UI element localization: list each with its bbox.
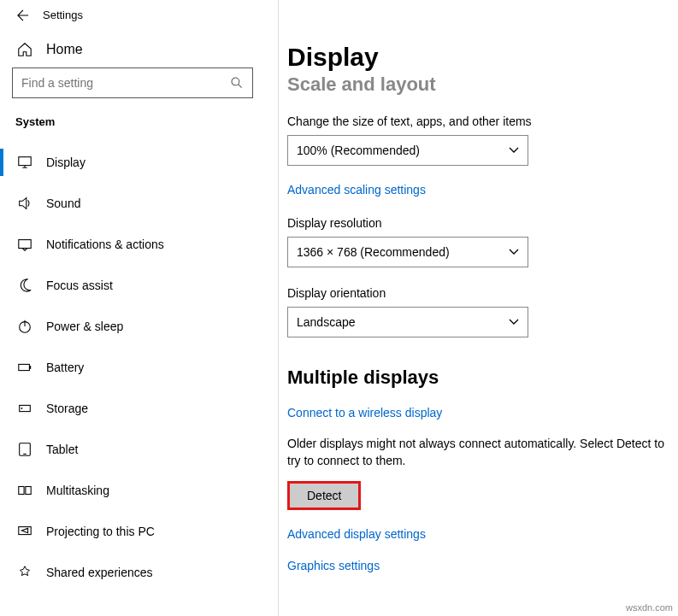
projecting-icon	[17, 524, 32, 539]
window-title: Settings	[43, 9, 83, 21]
back-icon[interactable]	[17, 9, 29, 21]
shared-icon	[17, 565, 32, 580]
sidebar-item-focus-assist[interactable]: Focus assist	[0, 265, 272, 306]
chevron-down-icon	[509, 319, 519, 326]
scale-section-heading: Scale and layout	[287, 73, 678, 96]
sidebar-item-label: Shared experiences	[46, 566, 153, 579]
orientation-value: Landscape	[297, 315, 356, 329]
resolution-value: 1366 × 768 (Recommended)	[297, 245, 450, 259]
detect-highlight: Detect	[287, 481, 361, 510]
orientation-dropdown[interactable]: Landscape	[287, 307, 528, 337]
svg-rect-10	[26, 487, 31, 495]
wireless-display-link[interactable]: Connect to a wireless display	[287, 406, 442, 419]
advanced-display-link[interactable]: Advanced display settings	[287, 527, 426, 541]
svg-rect-1	[19, 157, 31, 166]
home-label: Home	[46, 42, 83, 57]
text-size-dropdown[interactable]: 100% (Recommended)	[287, 135, 528, 166]
svg-rect-9	[19, 487, 24, 495]
svg-rect-4	[19, 364, 30, 370]
storage-icon	[17, 401, 32, 416]
sidebar-item-label: Power & sleep	[46, 320, 123, 333]
tablet-icon	[17, 442, 32, 457]
home-button[interactable]: Home	[0, 32, 272, 67]
chevron-down-icon	[509, 147, 519, 154]
chevron-down-icon	[509, 249, 519, 255]
detect-button[interactable]: Detect	[290, 484, 358, 507]
sidebar-item-label: Tablet	[46, 443, 78, 456]
detect-description: Older displays might not always connect …	[287, 436, 678, 469]
power-icon	[17, 319, 32, 334]
page-title: Display	[287, 43, 678, 72]
search-input[interactable]	[12, 67, 253, 98]
category-label: System	[0, 109, 272, 142]
sidebar-item-label: Storage	[46, 402, 88, 415]
watermark: wsxdn.com	[626, 602, 673, 613]
sidebar-item-label: Sound	[46, 197, 80, 210]
sidebar-item-tablet[interactable]: Tablet	[0, 429, 272, 470]
sidebar-item-storage[interactable]: Storage	[0, 388, 272, 429]
sidebar-item-projecting-to-this-pc[interactable]: Projecting to this PC	[0, 511, 272, 552]
focus-icon	[17, 278, 32, 293]
battery-icon	[17, 360, 32, 375]
sidebar-item-battery[interactable]: Battery	[0, 347, 272, 388]
sidebar-item-label: Battery	[46, 361, 84, 374]
search-field[interactable]	[21, 76, 209, 90]
sidebar-item-label: Multitasking	[46, 484, 109, 497]
sidebar-item-sound[interactable]: Sound	[0, 183, 272, 224]
divider	[278, 0, 279, 616]
multitasking-icon	[17, 483, 32, 498]
sidebar-item-multitasking[interactable]: Multitasking	[0, 470, 272, 511]
resolution-dropdown[interactable]: 1366 × 768 (Recommended)	[287, 237, 528, 267]
search-icon	[230, 76, 244, 90]
multiple-displays-heading: Multiple displays	[287, 367, 678, 389]
svg-point-7	[21, 408, 23, 409]
sidebar-item-shared-experiences[interactable]: Shared experiences	[0, 552, 272, 593]
text-size-value: 100% (Recommended)	[297, 144, 420, 157]
sidebar-item-label: Display	[46, 155, 85, 169]
resolution-label: Display resolution	[287, 216, 678, 230]
sidebar-item-power-sleep[interactable]: Power & sleep	[0, 306, 272, 347]
svg-point-0	[232, 78, 239, 85]
sidebar-item-display[interactable]: Display	[0, 142, 272, 183]
notifications-icon	[17, 237, 32, 252]
home-icon	[17, 42, 32, 57]
display-icon	[17, 155, 32, 170]
svg-rect-5	[29, 366, 31, 369]
svg-rect-2	[19, 240, 31, 249]
orientation-label: Display orientation	[287, 286, 678, 300]
graphics-settings-link[interactable]: Graphics settings	[287, 559, 380, 572]
sidebar-item-notifications-actions[interactable]: Notifications & actions	[0, 224, 272, 265]
sidebar-item-label: Notifications & actions	[46, 238, 164, 251]
advanced-scaling-link[interactable]: Advanced scaling settings	[287, 183, 426, 197]
sound-icon	[17, 196, 32, 211]
sidebar-item-label: Projecting to this PC	[46, 525, 155, 538]
text-size-label: Change the size of text, apps, and other…	[287, 114, 678, 128]
sidebar-item-label: Focus assist	[46, 279, 113, 292]
